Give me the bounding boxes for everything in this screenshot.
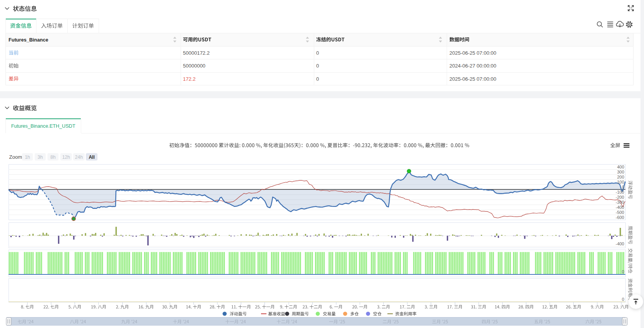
svg-text:All: All xyxy=(89,154,94,160)
svg-text:50000000: 50000000 xyxy=(183,63,205,69)
svg-text:-200: -200 xyxy=(616,195,624,200)
svg-text:-100: -100 xyxy=(616,190,624,194)
svg-text:Futures_Binance: Futures_Binance xyxy=(9,37,48,43)
svg-text:3h: 3h xyxy=(38,154,43,160)
svg-text:0: 0 xyxy=(622,297,624,302)
svg-text:172.2: 172.2 xyxy=(183,76,196,82)
svg-text:0: 0 xyxy=(622,269,624,274)
svg-text:-400: -400 xyxy=(616,205,624,210)
svg-text:0: 0 xyxy=(316,63,319,69)
svg-text:0: 0 xyxy=(316,50,319,56)
svg-text:24h: 24h xyxy=(75,154,83,160)
svg-text:2024-06-27 00:00:00: 2024-06-27 00:00:00 xyxy=(449,63,496,69)
svg-text:-600: -600 xyxy=(616,215,624,220)
svg-text:-500: -500 xyxy=(616,210,624,215)
svg-text:1h: 1h xyxy=(25,154,30,160)
svg-text:200: 200 xyxy=(617,175,624,179)
svg-text:Futures_Binance.ETH_USDT: Futures_Binance.ETH_USDT xyxy=(11,123,75,129)
svg-text:-300: -300 xyxy=(616,200,624,205)
svg-text:0: 0 xyxy=(622,185,624,189)
svg-text:0: 0 xyxy=(316,76,319,82)
svg-text:50000172.2: 50000172.2 xyxy=(183,50,210,56)
svg-text:2025-06-25 07:00:00: 2025-06-25 07:00:00 xyxy=(449,50,496,56)
svg-text:400: 400 xyxy=(617,165,624,169)
svg-text:Zoom: Zoom xyxy=(9,154,22,160)
svg-text:2025-06-25 07:00:00: 2025-06-25 07:00:00 xyxy=(449,76,496,82)
svg-text:-400: -400 xyxy=(616,241,624,246)
svg-text:8h: 8h xyxy=(50,154,56,160)
svg-text:100: 100 xyxy=(617,180,624,184)
svg-text:300: 300 xyxy=(617,170,624,174)
svg-text:12h: 12h xyxy=(62,154,70,160)
